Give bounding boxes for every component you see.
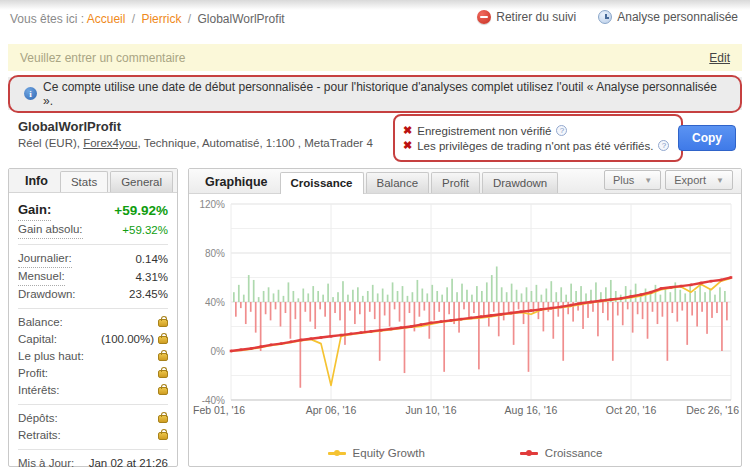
legend-marker-icon <box>520 452 538 455</box>
chevron-down-icon: ▼ <box>716 176 724 185</box>
plus-dropdown[interactable]: Plus ▼ <box>604 170 661 190</box>
lock-icon <box>158 336 168 344</box>
stat-capital: Capital: (100.00%) <box>18 331 168 348</box>
svg-text:0%: 0% <box>211 346 226 357</box>
page-top-gradient <box>0 0 750 10</box>
stat-interets: Intérêts: <box>18 382 168 399</box>
warning-text: Enregistrement non vérifié <box>417 125 551 137</box>
stat-mensuel: Mensuel: 4.31% <box>18 268 168 286</box>
warning-row: ✖ Enregistrement non vérifié ? <box>403 125 673 137</box>
stat-balance: Balance: <box>18 314 168 331</box>
info-body: Gain: +59.92% Gain absolu: +59.32% Journ… <box>9 193 177 475</box>
tab-profit[interactable]: Profit <box>431 172 480 193</box>
stat-gain: Gain: +59.92% <box>18 200 168 221</box>
verification-warnings: ✖ Enregistrement non vérifié ? ✖ Les pri… <box>393 114 683 162</box>
info-panel: Info Stats General Gain: +59.92% Gain ab… <box>8 168 178 467</box>
comment-input[interactable]: Veuillez entrer un commentaire Edit <box>8 44 742 71</box>
chevron-down-icon: ▼ <box>644 176 652 185</box>
info-icon: i <box>24 87 37 100</box>
legend-equity-growth[interactable]: Equity Growth <box>328 447 425 459</box>
comment-placeholder: Veuillez entrer un commentaire <box>20 51 185 65</box>
breadcrumb-link-pierrick[interactable]: Pierrick <box>141 12 181 26</box>
stat-mis-a-jour: Mis à Jour: Jan 02 at 21:26 <box>18 455 168 472</box>
comment-edit-link[interactable]: Edit <box>709 51 730 65</box>
clock-icon <box>598 10 612 24</box>
account-details-suffix: , Technique, Automatisé, 1:100 , MetaTra… <box>138 137 373 149</box>
account-details-prefix: Réel (EUR), <box>18 137 83 149</box>
help-icon[interactable]: ? <box>658 140 669 151</box>
stat-drawdown: Drawdown: 23.45% <box>18 286 168 303</box>
custom-date-notice: i Ce compte utilise une date de début pe… <box>8 77 742 110</box>
broker-link[interactable]: Forex4you <box>83 137 137 149</box>
lock-icon <box>158 415 168 423</box>
tab-croissance[interactable]: Croissance <box>280 172 364 194</box>
red-cross-icon: ✖ <box>403 140 412 151</box>
tab-general[interactable]: General <box>110 171 173 192</box>
breadcrumb: Vous êtes ici : Accueil / Pierrick / Glo… <box>10 12 285 26</box>
svg-text:40%: 40% <box>205 297 225 308</box>
info-tabbar: Info Stats General <box>9 169 177 193</box>
remove-follow-label: Retirer du suivi <box>496 10 576 24</box>
stat-gain-absolu: Gain absolu: +59.32% <box>18 221 168 239</box>
help-icon[interactable]: ? <box>556 125 567 136</box>
chart-panel-label: Graphique <box>195 171 278 193</box>
top-actions: Retirer du suivi Analyse personnalisée <box>477 10 738 24</box>
svg-text:120%: 120% <box>199 199 225 210</box>
breadcrumb-current: GlobalWorlProfit <box>197 12 284 26</box>
export-dropdown[interactable]: Export ▼ <box>665 170 733 190</box>
stat-plus-haut: Le plus haut: <box>18 348 168 365</box>
notice-text: Ce compte utilise une date de début pers… <box>43 80 726 108</box>
svg-text:Jun 10, '16: Jun 10, '16 <box>405 404 456 416</box>
chart-legend: Equity Growth Croissance <box>189 438 741 468</box>
stat-journalier: Journalier: 0.14% <box>18 250 168 268</box>
account-details: Réel (EUR), Forex4you, Technique, Automa… <box>18 137 373 149</box>
account-page: { "breadcrumb": { "prefix": "Vous êtes i… <box>0 0 750 475</box>
warning-text: Les privilèges de trading n'ont pas été … <box>417 140 653 152</box>
chart-tabbar: Graphique Croissance Balance Profit Draw… <box>189 169 741 194</box>
lock-icon <box>158 353 168 361</box>
lock-icon <box>158 370 168 378</box>
tab-balance[interactable]: Balance <box>366 172 430 193</box>
remove-follow-button[interactable]: Retirer du suivi <box>477 10 576 24</box>
svg-text:Feb 01, '16: Feb 01, '16 <box>193 404 245 416</box>
lock-icon <box>158 387 168 395</box>
account-header: GlobalWorlProfit Réel (EUR), Forex4you, … <box>8 114 742 164</box>
legend-marker-icon <box>328 452 346 455</box>
svg-text:Dec 26, '16: Dec 26, '16 <box>686 404 739 416</box>
copy-button[interactable]: Copy <box>678 125 736 151</box>
minus-circle-icon <box>477 10 491 24</box>
legend-croissance[interactable]: Croissance <box>520 447 603 459</box>
chart-panel: Graphique Croissance Balance Profit Draw… <box>188 168 742 467</box>
stat-depots: Dépôts: <box>18 410 168 427</box>
svg-text:Aug 16, '16: Aug 16, '16 <box>505 404 558 416</box>
red-cross-icon: ✖ <box>403 125 412 136</box>
breadcrumb-separator: / <box>132 12 135 26</box>
lock-icon <box>158 432 168 440</box>
svg-text:80%: 80% <box>205 248 225 259</box>
lock-icon <box>158 319 168 327</box>
breadcrumb-link-accueil[interactable]: Accueil <box>87 12 126 26</box>
svg-text:Apr 06, '16: Apr 06, '16 <box>306 404 357 416</box>
custom-analysis-label: Analyse personnalisée <box>617 10 738 24</box>
tab-info[interactable]: Info <box>15 170 58 192</box>
growth-chart[interactable]: 120%80%40%0%-40%Feb 01, '16Apr 06, '16Ju… <box>189 194 741 434</box>
svg-text:Oct 20, '16: Oct 20, '16 <box>606 404 657 416</box>
stat-retraits: Retraits: <box>18 427 168 444</box>
custom-analysis-button[interactable]: Analyse personnalisée <box>598 10 738 24</box>
tab-drawdown[interactable]: Drawdown <box>482 172 558 193</box>
notice-box: i Ce compte utilise une date de début pe… <box>8 75 742 113</box>
tab-stats[interactable]: Stats <box>60 171 108 192</box>
stat-profit: Profit: <box>18 365 168 382</box>
breadcrumb-separator: / <box>188 12 191 26</box>
account-name: GlobalWorlProfit <box>18 119 121 134</box>
warning-row: ✖ Les privilèges de trading n'ont pas ét… <box>403 140 673 152</box>
breadcrumb-prefix: Vous êtes ici : <box>10 12 84 26</box>
